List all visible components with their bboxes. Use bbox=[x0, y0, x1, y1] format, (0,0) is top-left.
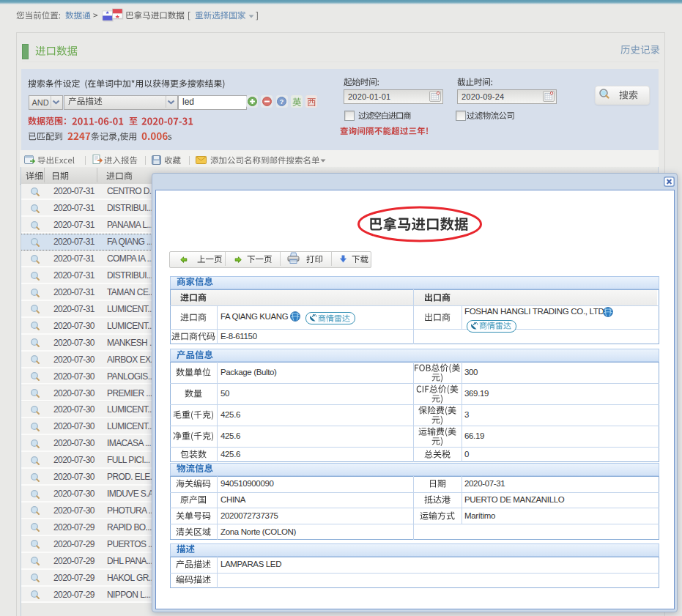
svg-text:?: ? bbox=[280, 98, 284, 105]
